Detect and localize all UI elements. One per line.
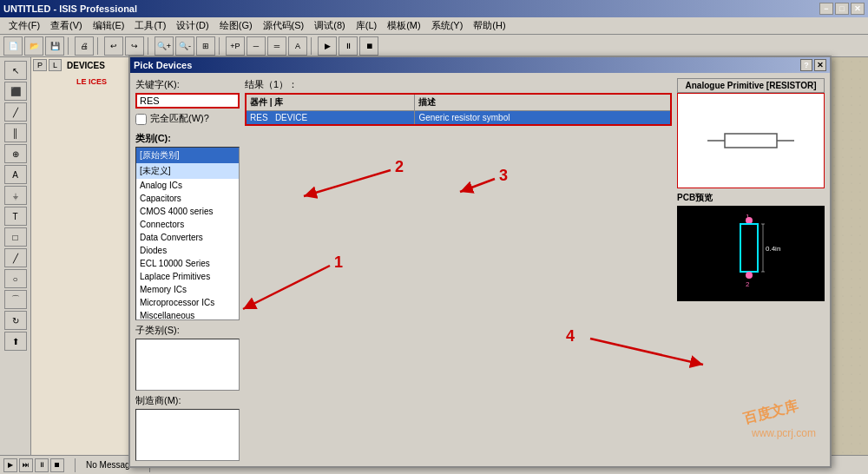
run-btn[interactable]: ▶ [318,36,337,56]
svg-point-15 [746,272,753,279]
main-toolbar: 📄 📂 💾 🖨 ↩ ↪ 🔍+ 🔍- ⊞ +P ─ ═ A ▶ ⏸ ⏹ [0,35,868,57]
sep4 [219,37,222,55]
sep5 [311,37,314,55]
category-item-6[interactable]: Data Converters [136,231,239,244]
menu-file[interactable]: 文件(F) [3,17,45,34]
wire-btn[interactable]: ─ [247,36,266,56]
menu-debug[interactable]: 调试(8) [309,17,350,34]
probe-tool[interactable]: ⬆ [4,332,27,351]
match-checkbox[interactable] [135,114,147,125]
category-item-2[interactable]: Analog ICs [136,179,239,192]
playback-controls: ▶ ⏭ ⏸ ⏹ [3,458,64,472]
minimize-button[interactable]: − [819,3,833,15]
redo-btn[interactable]: ↪ [125,36,144,56]
category-item-1[interactable]: [未定义] [136,163,239,179]
category-item-12[interactable]: Miscellaneous [136,309,239,320]
devices-header: DEVICES [67,61,105,70]
left-toolbar: ↖ ⬛ ╱ ║ ⊕ A ⏚ T □ ╱ ○ ⌒ ↻ ⬆ [0,57,31,471]
sub-category-list[interactable] [135,339,240,391]
wire-tool[interactable]: ╱ [4,102,27,122]
pointer-tool[interactable]: ↖ [4,61,27,80]
svg-text:1: 1 [746,213,750,221]
menu-template[interactable]: 模板(M) [382,17,426,34]
sep3 [148,37,151,55]
zoom-out-btn[interactable]: 🔍- [175,36,194,56]
category-item-10[interactable]: Memory ICs [136,283,239,296]
menu-source[interactable]: 源代码(S) [258,17,310,34]
menu-view[interactable]: 查看(V) [45,17,88,34]
undo-btn[interactable]: ↩ [104,36,123,56]
menu-library[interactable]: 库(L) [351,17,382,34]
print-btn[interactable]: 🖨 [75,36,94,56]
dialog-help-btn[interactable]: ? [800,59,812,71]
label-btn[interactable]: A [288,36,307,56]
menu-edit[interactable]: 编辑(E) [88,17,130,34]
zoom-in-btn[interactable]: 🔍+ [155,36,174,56]
close-button[interactable]: ✕ [851,3,865,15]
maximize-button[interactable]: □ [835,3,849,15]
tab-p[interactable]: P [33,59,47,71]
title-bar: UNTITLED - ISIS Professional − □ ✕ [0,0,868,17]
save-btn[interactable]: 💾 [45,36,64,56]
menu-bar: 文件(F) 查看(V) 编辑(E) 工具(T) 设计(D) 绘图(G) 源代码(… [0,17,868,35]
stop-play-button[interactable]: ⏹ [50,458,64,472]
category-item-11[interactable]: Microprocessor ICs [136,296,239,309]
power-tool[interactable]: ⏚ [4,186,27,205]
step-play-button[interactable]: ⏭ [19,458,33,472]
menu-tools[interactable]: 工具(T) [129,17,171,34]
menu-system[interactable]: 系统(Y) [426,17,469,34]
category-item-0[interactable]: [原始类别] [136,148,239,163]
open-btn[interactable]: 📂 [24,36,43,56]
line-tool[interactable]: ╱ [4,248,27,267]
new-btn[interactable]: 📄 [3,36,23,56]
category-item-3[interactable]: Capacitors [136,192,239,205]
col-description: 描述 [415,94,671,111]
svg-text:2: 2 [746,280,750,288]
category-item-4[interactable]: CMOS 4000 series [136,205,239,218]
category-item-7[interactable]: Diodes [136,244,239,257]
step-btn[interactable]: ⏸ [339,36,358,56]
mfr-label: 制造商(M): [135,394,240,407]
dialog-title-bar: Pick Devices ? ✕ [130,57,830,73]
category-item-9[interactable]: Laplace Primitives [136,270,239,283]
add-comp-btn[interactable]: +P [226,36,245,56]
sub-label: 子类别(S): [135,324,240,337]
category-label: 类别(C): [135,132,240,145]
rotate-tool[interactable]: ↻ [4,311,27,330]
svg-line-5 [304,170,391,196]
circle-tool[interactable]: ○ [4,269,27,288]
bus-tool[interactable]: ║ [4,123,27,142]
menu-design[interactable]: 设计(D) [171,17,214,34]
schematic-preview [677,93,825,188]
zoom-fit-btn[interactable]: ⊞ [196,36,215,56]
keyword-input[interactable] [135,93,240,109]
col-part-library: 器件 | 库 [246,94,415,111]
sep2 [97,37,101,55]
menu-draw[interactable]: 绘图(G) [214,17,258,34]
box-tool[interactable]: □ [4,227,27,247]
svg-rect-10 [725,134,777,148]
pcb-preview: 1 2 0.4in [677,206,825,301]
component-tool[interactable]: ⬛ [4,82,27,101]
svg-text:1: 1 [334,253,343,271]
text-tool[interactable]: T [4,207,27,226]
category-list[interactable]: [原始类别] [未定义] Analog ICs Capacitors CMOS … [135,147,240,320]
menu-help[interactable]: 帮助(H) [468,17,510,34]
dialog-body: 关键字(K): 完全匹配(W)? 类别(C): [原始类别] [未定义] Ana… [130,73,830,466]
play-button[interactable]: ▶ [3,458,17,472]
pause-button[interactable]: ⏸ [35,458,49,472]
match-label: 完全匹配(W)? [150,112,209,125]
results-row-0[interactable]: RES DEVICE Generic resistor symbol [246,111,671,126]
category-item-8[interactable]: ECL 10000 Series [136,257,239,270]
tab-l[interactable]: L [49,59,62,71]
manufacturer-list[interactable] [135,409,240,461]
app-title: UNTITLED - ISIS Professional [3,3,137,14]
arc-tool[interactable]: ⌒ [4,290,27,309]
stop-btn[interactable]: ⏹ [359,36,378,56]
category-item-5[interactable]: Connectors [136,218,239,231]
title-bar-controls: − □ ✕ [819,3,865,15]
dialog-close-btn[interactable]: ✕ [814,59,826,71]
net-tool[interactable]: ⊕ [4,144,27,163]
label-tool[interactable]: A [4,165,27,184]
bus-btn[interactable]: ═ [267,36,286,56]
